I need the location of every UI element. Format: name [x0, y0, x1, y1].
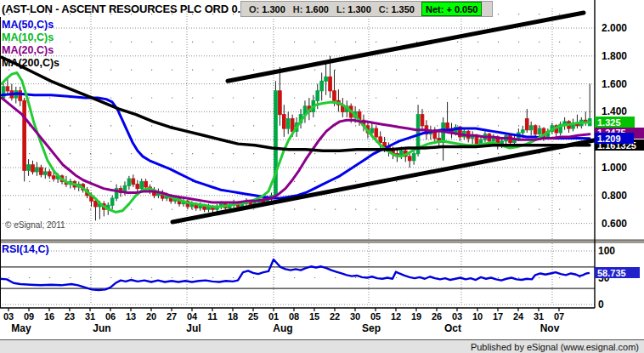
- quote-open-value: 1.300: [262, 4, 285, 14]
- price-axis-label: 0.600: [602, 218, 627, 230]
- x-axis-date-label: 01: [268, 311, 279, 322]
- x-axis-date-label: 22: [330, 311, 340, 322]
- x-axis-date-label: 25: [248, 311, 258, 322]
- x-axis-date-label: 31: [534, 311, 544, 322]
- x-axis-month-label: Jul: [186, 322, 201, 334]
- net-value: + 0.050: [446, 4, 477, 14]
- price-axis-label: 1.000: [602, 162, 627, 174]
- legend-ma200: MA(200,C)s: [2, 57, 59, 69]
- copyright-text: © eSignal, 2011: [5, 220, 65, 230]
- legend-ma50: MA(50,C)s: [2, 19, 54, 31]
- ma-price-tag: 1.325: [595, 117, 635, 128]
- x-axis-date-label: 31: [85, 311, 95, 322]
- x-axis-date-label: 08: [289, 311, 299, 322]
- x-axis-date-label: 18: [228, 311, 238, 322]
- price-axis-label: 2.000: [602, 22, 627, 34]
- x-axis-date-label: 27: [167, 311, 177, 322]
- x-axis-month-label: Jun: [93, 322, 110, 334]
- quote-open-label: O:: [249, 4, 259, 14]
- chart-title: (AST-LON - ASCENT RESOURCES PLC ORD 0.: [2, 3, 240, 15]
- x-axis-date-label: 15: [309, 311, 319, 322]
- legend-ma10: MA(10,C)s: [2, 31, 54, 43]
- quote-bar: O:1.300 H:1.600 L:1.300 C:1.350 Net: + 0…: [240, 1, 493, 17]
- quote-low-label: L:: [336, 4, 345, 14]
- x-axis-date-label: 13: [126, 311, 136, 322]
- x-axis-date-label: 05: [370, 311, 381, 322]
- x-axis-date-label: 17: [493, 311, 503, 322]
- x-axis-date-label: 03: [452, 311, 462, 322]
- price-axis-label: 1.600: [602, 78, 627, 90]
- x-axis-date-label: 26: [432, 311, 442, 322]
- rsi-axis-label: 0: [598, 299, 604, 310]
- publisher-text: Published by eSignal (www.esignal.com): [471, 342, 639, 352]
- net-label: Net:: [426, 4, 443, 14]
- x-axis-date-label: 03: [3, 311, 14, 322]
- x-axis-date-label: 20: [146, 311, 156, 322]
- net-change-badge: Net: + 0.050: [421, 2, 482, 16]
- x-axis-date-label: 12: [391, 311, 401, 322]
- rsi-study-label: RSI(14,C): [2, 243, 49, 255]
- x-axis-date-label: 30: [350, 311, 360, 322]
- quote-close-label: C:: [379, 4, 389, 14]
- quote-close-value: 1.350: [391, 4, 415, 14]
- x-axis-date-label: 19: [411, 311, 421, 322]
- price-axis-label: 0.800: [602, 190, 627, 202]
- price-chart-canvas[interactable]: [0, 0, 644, 353]
- x-axis-date-label: 10: [472, 311, 483, 322]
- x-axis-month-label: Sep: [362, 322, 381, 334]
- rsi-value-tag: 58.735: [595, 267, 640, 278]
- quote-high-label: H:: [293, 4, 303, 14]
- legend-ma20: MA(20,C)s: [2, 44, 54, 56]
- x-axis-date-label: 04: [187, 311, 197, 322]
- price-axis-label: 1.800: [602, 50, 627, 62]
- x-axis-month-label: Nov: [540, 322, 560, 334]
- quote-low-value: 1.300: [347, 4, 371, 14]
- x-axis-date-label: 11: [207, 311, 217, 322]
- ma-price-tag: 1.209: [595, 133, 634, 144]
- x-axis-date-label: 23: [65, 311, 75, 322]
- rsi-axis-label: 100: [598, 245, 615, 257]
- quote-high-value: 1.600: [305, 4, 329, 14]
- x-axis-date-label: 24: [513, 311, 523, 322]
- x-axis-date-label: 16: [44, 311, 54, 322]
- publisher-bar: Published by eSignal (www.esignal.com): [0, 339, 644, 353]
- x-axis-date-label: 09: [24, 311, 34, 322]
- x-axis-month-label: Aug: [273, 322, 292, 334]
- x-axis-date-label: 06: [105, 311, 116, 322]
- esignal-advanced-chart-window: (AST-LON - ASCENT RESOURCES PLC ORD 0. O…: [0, 0, 644, 353]
- x-axis-date-label: 07: [554, 311, 564, 322]
- x-axis-month-label: Oct: [444, 322, 461, 334]
- x-axis-month-label: May: [11, 322, 31, 334]
